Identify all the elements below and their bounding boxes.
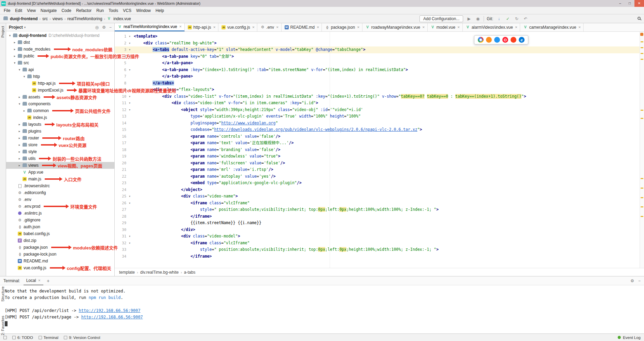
tree-item-index-js[interactable]: JSindex.js (6, 114, 114, 121)
close-tab-icon[interactable]: ✕ (357, 26, 360, 29)
chevron-right-icon[interactable]: ▸ (17, 157, 22, 160)
chevron-right-icon[interactable]: ▸ (17, 129, 22, 133)
chevron-right-icon[interactable]: ▸ (22, 109, 27, 112)
chevron-down-icon[interactable]: ▾ (22, 75, 27, 78)
terminal-settings-icon[interactable]: ⚙ (630, 278, 634, 283)
debug-icon[interactable]: ◉ (475, 16, 481, 21)
git-commit-icon[interactable]: ✓ (505, 16, 511, 21)
tree-item-router[interactable]: ▸routerrouter路由 (6, 135, 114, 141)
chevron-down-icon[interactable]: ▾ (8, 34, 12, 37)
tree-item-http[interactable]: ▾http (6, 73, 114, 80)
tree-item-assets[interactable]: ▸assetsassets静态资源文件 (6, 94, 114, 100)
menu-item-code[interactable]: Code (59, 7, 74, 14)
code-line-34[interactable]: 34 </iframe> (115, 253, 644, 260)
title-bar[interactable]: WS duoji-frontend [D:\zheheWeb\duoji-fro… (0, 0, 644, 7)
code-line-20[interactable]: 20 <param name='fullscreen' value='false… (115, 160, 644, 167)
chevron-right-icon[interactable]: ▸ (17, 164, 22, 167)
editor-tab-alarmvideos-index-vue[interactable]: ValarmVideos\index.vue✕ (463, 23, 520, 31)
chevron-right-icon[interactable]: ▸ (17, 95, 22, 99)
code-line-31[interactable]: 31▾ <div class="video-model"> (115, 233, 644, 240)
editor-tab-roadwaymanage-index-vue[interactable]: VroadwayManage\index.vue✕ (362, 23, 428, 31)
editor-tab-cameramanage-index-vue[interactable]: VcameraManage\index.vue✕ (520, 23, 584, 31)
code-line-18[interactable]: 18 <param name='branding' value='false'/… (115, 147, 644, 153)
tree-item-public[interactable]: ▸publicpublic资源文件夹，一般放引用的第三方插件 (6, 53, 114, 59)
close-icon[interactable]: ✕ (38, 279, 41, 282)
close-tab-icon[interactable]: ✕ (276, 26, 279, 29)
chevron-right-icon[interactable]: ▸ (17, 143, 22, 147)
code-line-14[interactable]: 14 pluginspage="http://www.videolan.org" (115, 120, 644, 127)
project-panel-title[interactable]: Project (9, 25, 23, 30)
git-update-icon[interactable]: ↓ (496, 16, 502, 21)
yandex-browser-icon[interactable] (511, 37, 516, 43)
chevron-right-icon[interactable]: ▸ (12, 41, 17, 44)
inspection-mark-icon[interactable] (641, 188, 643, 189)
close-button[interactable]: ✕ (634, 0, 644, 7)
tree-item-env[interactable]: ⚙.env (6, 196, 114, 203)
close-tab-icon[interactable]: ✕ (457, 26, 460, 29)
code-line-19[interactable]: 19 <param name='windowless' value="true"… (115, 153, 644, 160)
opera-browser-icon[interactable]: O (502, 37, 508, 43)
edge-browser-icon[interactable]: e (519, 37, 525, 43)
code-line-13[interactable]: 13 type='application/x-vlc-plugin' event… (115, 113, 644, 120)
inspection-mark-icon[interactable] (641, 178, 643, 179)
tool-stripe-project[interactable]: Project (1, 26, 5, 38)
code-editor[interactable]: 1▾<template>2▾ <div class="realTime bg-w… (115, 32, 644, 268)
code-line-7[interactable]: 7 </a-tab-pane> (115, 73, 644, 80)
search-everywhere-icon[interactable] (638, 17, 641, 20)
editor-breadcrumb-template[interactable]: template (118, 270, 136, 275)
tree-item-utils[interactable]: ▸utils封装的一些公共函数方法 (6, 155, 114, 162)
tree-item-env-prod[interactable]: ⚙.env.prod环境变量文件 (6, 203, 114, 210)
close-tab-icon[interactable]: ✕ (213, 26, 216, 29)
tree-item-common[interactable]: ▸common页面公共组件文件 (6, 107, 114, 114)
code-line-2[interactable]: 2▾ <div class="realTime bg-white"> (115, 40, 644, 47)
tree-item-http-api-js[interactable]: JShttp-api.js项目相关api接口 (6, 80, 114, 87)
menu-item-vcs[interactable]: VCS (120, 7, 134, 14)
safari-browser-icon[interactable] (494, 37, 500, 43)
code-line-32[interactable]: 32▾ <iframe class="vlcIframe" (115, 240, 644, 247)
chevron-right-icon[interactable]: ▸ (12, 54, 17, 58)
code-line-22[interactable]: 22 <param name='autoplay' value='yes'/> (115, 173, 644, 180)
fold-marker-icon[interactable]: ▾ (129, 46, 134, 53)
new-terminal-session-button[interactable]: + (43, 278, 53, 284)
menu-item-view[interactable]: View (25, 7, 38, 14)
breadcrumb-item-views[interactable]: views (52, 16, 63, 21)
close-tab-icon[interactable]: ✕ (515, 26, 518, 29)
editor-tab-vue-config-js[interactable]: JSvue.config.js✕ (218, 23, 257, 31)
tree-item-babel-config-js[interactable]: JSbabel.config.js (6, 230, 114, 237)
terminal-tab-local[interactable]: Local ✕ (24, 276, 43, 285)
editor-tab-package-json[interactable]: {}package.json✕ (322, 23, 362, 31)
tree-item-api[interactable]: ▾api (6, 66, 114, 73)
code-line-8[interactable]: 8 </a-tabs> (115, 80, 644, 87)
code-line-25[interactable]: 25▾ <div class="video-name"> (115, 193, 644, 200)
code-line-11[interactable]: 11▾ <div class="video-item" v-for="i in … (115, 100, 644, 107)
tree-item-duoji-frontend[interactable]: ▾duoji-frontendD:\zheheWeb\duoji-fronten… (6, 32, 114, 39)
code-line-24[interactable]: 24 </object> (115, 187, 644, 193)
tree-item-package-lock-json[interactable]: {}package-lock.json (6, 251, 114, 258)
tree-item-src[interactable]: ▾src (6, 59, 114, 66)
code-line-3[interactable]: 3▾ <a-tabs default-active-key="1" slot="… (115, 46, 644, 53)
menu-item-tools[interactable]: Tools (106, 7, 120, 14)
code-line-29[interactable]: 29 {{item.streetName}} {{i.name}} (115, 220, 644, 227)
inspection-mark-icon[interactable] (641, 197, 643, 198)
terminal-link[interactable]: http://192.168.66.56:9007 (81, 315, 143, 319)
minimize-panel-icon[interactable]: − (638, 278, 641, 283)
chevron-down-icon[interactable]: ▾ (24, 26, 26, 29)
menu-item-refactor[interactable]: Refactor (74, 7, 94, 14)
chevron-down-icon[interactable]: ▾ (17, 102, 22, 106)
inspection-mark-icon[interactable] (641, 59, 643, 60)
tool-stripe-structure[interactable]: Structure (1, 286, 5, 302)
menu-item-navigate[interactable]: Navigate (38, 7, 59, 14)
inspection-widget-icon[interactable] (640, 33, 643, 36)
inspection-mark-icon[interactable] (641, 110, 643, 111)
breadcrumb-item-index-vue[interactable]: index.vue (113, 16, 131, 21)
tree-item-app-vue[interactable]: VApp.vue (6, 169, 114, 176)
code-line-21[interactable]: 21 <param name='mrl' :value='i.rtsp'/> (115, 166, 644, 173)
tree-item-importexcel-js[interactable]: JSimportExcel.js暴露环境变量地址给图片or视频资源路径变量使用 (6, 87, 114, 94)
breadcrumb-item-duoji-frontend[interactable]: duoji-frontend (9, 16, 38, 21)
code-line-10[interactable]: 10▾ <div class="video-list" v-for="(item… (115, 93, 644, 100)
menu-item-help[interactable]: Help (153, 7, 167, 14)
code-line-5[interactable]: 5 </a-tab-pane> (115, 60, 644, 67)
locate-file-icon[interactable]: ◎ (95, 25, 99, 30)
status-item-terminal[interactable]: Terminal (39, 336, 58, 340)
close-tab-icon[interactable]: ✕ (317, 26, 319, 29)
